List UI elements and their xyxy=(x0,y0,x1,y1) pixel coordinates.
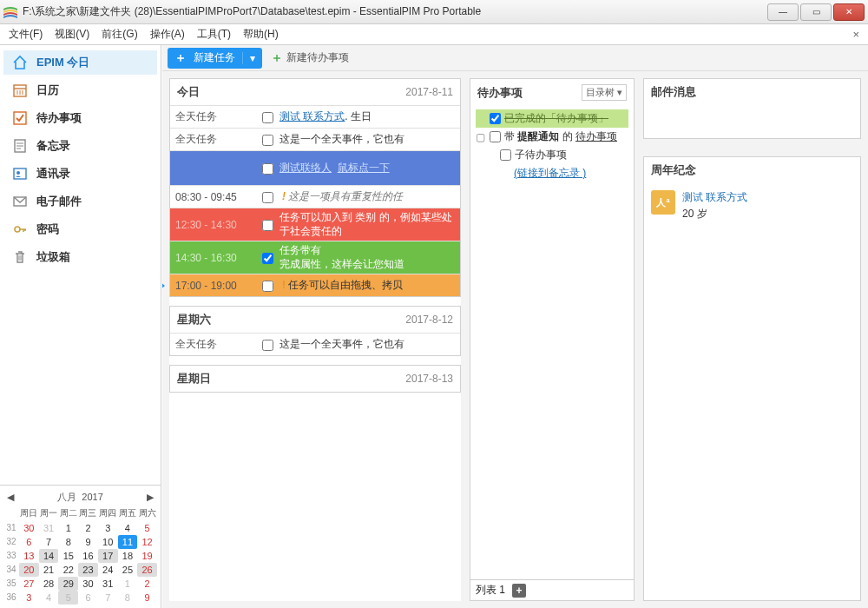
event-row[interactable]: 14:30 - 16:30 任务带有完成属性，这样会让您知道 xyxy=(170,241,460,274)
nav-list: EPIM 今日 日历 待办事项 备忘录 通讯录 电子邮件 xyxy=(0,45,161,274)
todo-item-child[interactable]: 子待办事项 xyxy=(476,146,628,164)
svg-rect-10 xyxy=(14,169,26,179)
today-header: 今日 xyxy=(177,84,200,100)
add-list-button[interactable]: + xyxy=(512,584,526,598)
todo-checkbox[interactable] xyxy=(500,149,511,161)
todo-item[interactable]: 已完成的「待办事项」 xyxy=(476,109,628,128)
mail-card: 邮件消息 xyxy=(643,78,861,139)
priority-icon: ! xyxy=(279,190,288,202)
nav-today[interactable]: EPIM 今日 xyxy=(3,50,157,75)
key-icon xyxy=(12,221,28,237)
todo-checkbox[interactable] xyxy=(490,131,501,142)
sidebar: EPIM 今日 日历 待办事项 备忘录 通讯录 电子邮件 xyxy=(0,45,161,608)
event-checkbox[interactable] xyxy=(262,253,273,264)
new-todo-label: 新建待办事项 xyxy=(286,50,349,65)
nav-contacts[interactable]: 通讯录 xyxy=(3,162,157,186)
event-row[interactable]: 全天任务 这是一个全天事件，它也有 xyxy=(170,128,460,150)
new-todo-button[interactable]: ＋ 新建待办事项 xyxy=(271,50,349,66)
event-checkbox[interactable] xyxy=(262,135,273,146)
todo-item[interactable]: ▢ 带 提醒通知 的 待办事项 xyxy=(476,128,628,146)
menu-view[interactable]: 视图(V) xyxy=(55,27,89,42)
nav-password-label: 密码 xyxy=(36,221,59,237)
anniv-item[interactable]: 人ª 测试 联系方式 20 岁 xyxy=(644,183,860,228)
new-task-button[interactable]: ＋ 新建任务 ▾ xyxy=(168,48,262,69)
cal-prev-icon[interactable]: ◀ xyxy=(7,492,14,503)
menu-action[interactable]: 操作(A) xyxy=(150,27,185,42)
menu-close-icon[interactable]: × xyxy=(852,28,859,41)
nav-mail[interactable]: 电子邮件 xyxy=(3,189,157,214)
anniversary-icon: 人ª xyxy=(651,190,675,215)
event-checkbox[interactable] xyxy=(262,220,273,231)
sun-header: 星期日 xyxy=(177,371,211,387)
nav-contacts-label: 通讯录 xyxy=(36,166,70,182)
event-checkbox[interactable] xyxy=(262,112,273,123)
todo-checkbox[interactable] xyxy=(490,113,501,124)
menu-tools[interactable]: 工具(T) xyxy=(197,27,231,42)
minimize-button[interactable]: — xyxy=(767,3,799,21)
todo-item-link[interactable]: (链接到备忘录 ) xyxy=(476,164,628,182)
calendar-icon xyxy=(12,83,28,98)
todo-header: 待办事项 xyxy=(477,85,523,101)
app-icon xyxy=(3,6,17,18)
anniv-age: 20 岁 xyxy=(682,207,747,221)
event-link[interactable]: 测试联络人 xyxy=(279,162,332,174)
new-task-label: 新建任务 xyxy=(194,50,242,65)
main-area: ＋ 新建任务 ▾ ＋ 新建待办事项 今日 2017-8-11 全天任务 xyxy=(161,45,868,608)
view-selector[interactable]: 目录树 ▾ xyxy=(582,84,627,101)
cal-month-label[interactable]: 八月 2017 xyxy=(57,491,103,504)
sun-date: 2017-8-13 xyxy=(405,373,453,385)
collapse-icon[interactable]: ▢ xyxy=(476,131,486,143)
cal-next-icon[interactable]: ▶ xyxy=(147,492,154,503)
plus-icon: ＋ xyxy=(168,50,194,66)
event-checkbox[interactable] xyxy=(262,281,273,292)
maximize-button[interactable]: ▭ xyxy=(800,3,832,21)
home-icon xyxy=(12,55,28,70)
nav-calendar[interactable]: 日历 xyxy=(3,78,157,102)
right-column: 邮件消息 周年纪念 人ª 测试 联系方式 20 岁 xyxy=(643,78,861,601)
event-checkbox[interactable] xyxy=(262,340,273,351)
todo-column: 待办事项 目录树 ▾ 已完成的「待办事项」 ▢ 带 提醒通知 的 待办事项 xyxy=(470,78,635,601)
anniv-name[interactable]: 测试 联系方式 xyxy=(682,190,747,205)
event-row[interactable]: 全天任务 这是一个全天事件，它也有 xyxy=(170,333,460,355)
event-row[interactable]: 17:00 - 19:00 !任务可以自由拖拽、拷贝 xyxy=(170,274,460,296)
event-row[interactable]: 08:30 - 09:45 !这是一项具有重复性的任 xyxy=(170,185,460,208)
sunday-card: 星期日 2017-8-13 xyxy=(169,365,461,393)
contacts-icon xyxy=(12,166,28,182)
event-link[interactable]: 测试 联系方式 xyxy=(279,110,345,122)
window-title: F:\系统之家\新建文件夹 (28)\EssentialPIMProPort7\… xyxy=(23,4,767,19)
plus-icon: ＋ xyxy=(271,50,283,66)
nav-password[interactable]: 密码 xyxy=(3,217,157,241)
mini-calendar: ◀ 八月 2017 ▶ 周日周一周二周三周四周五周六 31303112345 3… xyxy=(0,485,161,608)
memo-link[interactable]: (链接到备忘录 ) xyxy=(514,166,586,181)
menu-goto[interactable]: 前往(G) xyxy=(102,27,137,42)
today-date: 2017-8-11 xyxy=(405,86,453,98)
nav-memo[interactable]: 备忘录 xyxy=(3,134,157,158)
panels: 今日 2017-8-11 全天任务 测试 联系方式. 生日 全天任务 这是一个全… xyxy=(162,71,868,608)
event-checkbox[interactable] xyxy=(262,192,273,203)
nav-mail-label: 电子邮件 xyxy=(36,194,82,209)
window-controls: — ▭ ✕ xyxy=(767,3,865,21)
anniv-header: 周年纪念 xyxy=(651,162,696,178)
event-checkbox[interactable] xyxy=(262,163,273,175)
content-area: EPIM 今日 日历 待办事项 备忘录 通讯录 电子邮件 xyxy=(0,45,868,608)
list-tab[interactable]: 列表 1 xyxy=(476,583,505,598)
dropdown-icon[interactable]: ▾ xyxy=(242,52,262,64)
event-row[interactable]: 12:30 - 14:30 任务可以加入到 类别 的，例如某些处于社会责任的 xyxy=(170,208,460,241)
nav-today-label: EPIM 今日 xyxy=(36,55,89,70)
nav-trash[interactable]: 垃圾箱 xyxy=(3,245,157,269)
menu-file[interactable]: 文件(F) xyxy=(9,27,43,42)
menu-help[interactable]: 帮助(H) xyxy=(243,27,279,42)
event-row[interactable]: 测试联络人 鼠标点一下 xyxy=(170,150,460,185)
svg-point-11 xyxy=(16,171,20,175)
sat-header: 星期六 xyxy=(177,312,211,327)
menu-bar: 文件(F) 视图(V) 前往(G) 操作(A) 工具(T) 帮助(H) × xyxy=(0,24,868,45)
event-row[interactable]: 全天任务 测试 联系方式. 生日 xyxy=(170,105,460,128)
event-link[interactable]: 鼠标点一下 xyxy=(338,162,390,174)
nav-todo[interactable]: 待办事项 xyxy=(3,106,157,130)
toolbar: ＋ 新建任务 ▾ ＋ 新建待办事项 xyxy=(162,45,868,71)
close-button[interactable]: ✕ xyxy=(833,3,865,21)
anniversary-card: 周年纪念 人ª 测试 联系方式 20 岁 xyxy=(643,156,861,601)
nav-todo-label: 待办事项 xyxy=(36,110,82,126)
nav-trash-label: 垃圾箱 xyxy=(36,249,70,265)
memo-icon xyxy=(12,138,28,154)
